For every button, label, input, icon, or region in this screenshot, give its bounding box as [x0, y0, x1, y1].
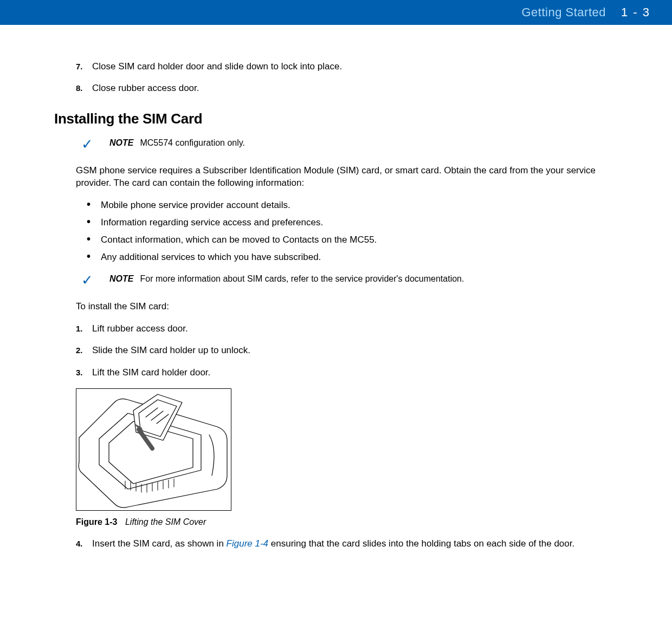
step-text: Close rubber access door. [92, 82, 607, 94]
list-item: •Information regarding service access an… [87, 217, 607, 229]
step-number: 2. [76, 344, 92, 356]
check-icon: ✓ [81, 273, 93, 287]
note-text: MC5574 configuration only. [140, 138, 245, 148]
list-item: •Mobile phone service provider account d… [87, 199, 607, 211]
step-text: Lift the SIM card holder door. [92, 367, 607, 379]
sim-cover-illustration [76, 388, 231, 511]
step-number: 3. [76, 367, 92, 379]
step-number: 8. [76, 82, 92, 94]
figure-title: Lifting the SIM Cover [125, 517, 206, 526]
step-number: 4. [76, 538, 92, 550]
list-text: Any additional services to which you hav… [101, 251, 321, 263]
figure-reference-link[interactable]: Figure 1-4 [227, 538, 268, 549]
page-number: 1 - 3 [621, 5, 650, 19]
list-item: •Contact information, which can be moved… [87, 234, 607, 246]
bullet-icon: • [87, 199, 101, 211]
figure-1-3 [76, 388, 607, 511]
step-number: 7. [76, 61, 92, 73]
install-step-4: 4. Insert the SIM card, as shown in Figu… [76, 538, 607, 550]
figure-caption: Figure 1-3 Lifting the SIM Cover [76, 517, 607, 527]
page-content: 7. Close SIM card holder door and slide … [0, 25, 672, 570]
list-item: •Any additional services to which you ha… [87, 251, 607, 263]
list-text: Contact information, which can be moved … [101, 234, 377, 246]
step-text: Insert the SIM card, as shown in Figure … [92, 538, 607, 550]
install-step-2: 2. Slide the SIM card holder up to unloc… [76, 344, 607, 356]
step-text: Slide the SIM card holder up to unlock. [92, 344, 607, 356]
bullet-list: •Mobile phone service provider account d… [87, 199, 607, 263]
step4-pre: Insert the SIM card, as shown in [92, 538, 227, 549]
note-label: NOTE [109, 274, 133, 284]
intro-paragraph: GSM phone service requires a Subscriber … [76, 165, 607, 190]
check-icon: ✓ [81, 137, 93, 151]
list-text: Mobile phone service provider account de… [101, 199, 290, 211]
bullet-icon: • [87, 217, 101, 229]
step-number: 1. [76, 323, 92, 335]
step-text: Lift rubber access door. [92, 323, 607, 335]
install-intro: To install the SIM card: [76, 301, 607, 313]
step-text: Close SIM card holder door and slide dow… [92, 61, 607, 73]
page-header: Getting Started 1 - 3 [0, 0, 672, 25]
bullet-icon: • [87, 234, 101, 246]
note-text: For more information about SIM cards, re… [140, 274, 464, 284]
figure-label: Figure 1-3 [76, 517, 117, 526]
note-label: NOTE [109, 138, 133, 148]
section-heading: Installing the SIM Card [54, 110, 607, 127]
chapter-title: Getting Started [521, 5, 605, 19]
note-block-1: ✓ NOTE MC5574 configuration only. [81, 138, 607, 151]
note-block-2: ✓ NOTE For more information about SIM ca… [81, 274, 607, 287]
install-step-1: 1. Lift rubber access door. [76, 323, 607, 335]
step-7: 7. Close SIM card holder door and slide … [76, 61, 607, 73]
install-step-3: 3. Lift the SIM card holder door. [76, 367, 607, 379]
bullet-icon: • [87, 251, 101, 263]
list-text: Information regarding service access and… [101, 217, 323, 229]
step-8: 8. Close rubber access door. [76, 82, 607, 94]
step4-post: ensuring that the card slides into the h… [268, 538, 574, 549]
